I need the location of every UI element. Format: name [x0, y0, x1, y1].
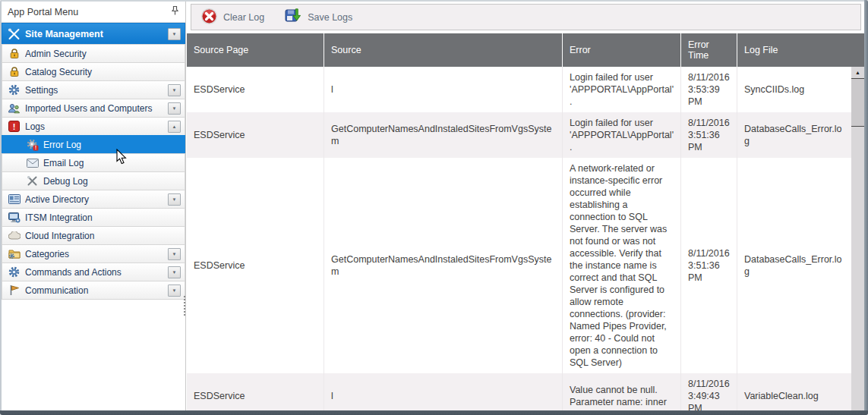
window-frame-right	[864, 0, 868, 415]
gear-icon	[8, 266, 21, 278]
sidebar-item-error-log[interactable]: !Error Log	[2, 135, 185, 154]
cell-error: A network-related or instance-specific e…	[563, 158, 681, 373]
expand-arrow-button[interactable]: ▼	[168, 84, 181, 96]
window-frame-left	[0, 0, 2, 415]
lock-icon	[8, 47, 21, 60]
cell-log-file: VariableClean.log	[737, 373, 851, 410]
error-badge-icon: !	[8, 120, 21, 133]
cell-error-time: 8/11/2016 3:51:36 PM	[681, 112, 737, 158]
sidebar-item-email-log[interactable]: Email Log	[2, 153, 185, 172]
cell-error-time: 8/11/2016 3:51:36 PM	[681, 158, 737, 373]
vertical-scrollbar[interactable]: ▲	[851, 67, 864, 410]
error-log-table: ESDServicelLogin failed for user 'APPPOR…	[187, 67, 851, 410]
sidebar-item-itsm-integration[interactable]: ITSM Integration	[2, 208, 185, 227]
expand-arrow-button[interactable]: ▼	[168, 266, 181, 278]
gear-error-icon: !	[26, 138, 39, 151]
save-logs-label: Save Logs	[308, 12, 352, 23]
window-frame-bottom	[0, 410, 868, 415]
clear-log-button[interactable]: Clear Log	[200, 8, 264, 27]
sidebar-title: App Portal Menu	[8, 7, 171, 17]
sidebar-item-label: Logs	[25, 121, 168, 132]
sidebar-item-label: Commands and Actions	[25, 267, 168, 278]
sidebar-resize-grip[interactable]	[184, 296, 186, 316]
save-logs-button[interactable]: Save Logs	[284, 7, 352, 27]
expand-arrow-button[interactable]: ▼	[168, 102, 181, 115]
sidebar-item-label: Email Log	[43, 158, 185, 168]
users-icon	[8, 102, 21, 115]
cell-log-file: DatabaseCalls_Error.log	[737, 158, 851, 373]
expand-arrow-button[interactable]: ▼	[168, 28, 181, 40]
cell-error: Login failed for user 'APPPORTAL\AppPort…	[563, 112, 681, 158]
sidebar-item-label: Settings	[25, 85, 168, 96]
email-icon	[26, 156, 39, 169]
scroll-up-arrow-icon[interactable]: ▲	[851, 67, 864, 79]
column-header-log-file[interactable]: Log File	[737, 33, 864, 67]
column-header-source[interactable]: Source	[324, 33, 563, 67]
cloud-icon	[8, 229, 21, 242]
sidebar-item-admin-security[interactable]: Admin Security	[2, 44, 185, 63]
cell-error-time: 8/11/2016 3:49:43 PM	[681, 373, 737, 410]
sidebar-item-label: Imported Users and Computers	[25, 103, 168, 114]
cell-source-page: ESDService	[187, 67, 324, 112]
clear-log-icon	[200, 8, 218, 27]
app-portal-window: App Portal Menu Site Management▼Admin Se…	[0, 0, 868, 415]
column-header-error[interactable]: Error	[563, 33, 681, 67]
log-table-row[interactable]: ESDServicelValue cannot be null. Paramet…	[187, 373, 851, 410]
cell-error: Login failed for user 'APPPORTAL\AppPort…	[563, 67, 681, 112]
sidebar-item-active-directory[interactable]: Active Directory▼	[2, 190, 185, 209]
sidebar-item-debug-log[interactable]: Debug Log	[2, 171, 185, 190]
sidebar-item-label: Admin Security	[25, 49, 185, 59]
column-header-source-page[interactable]: Source Page	[187, 33, 324, 67]
main-panel: Clear Log Save Logs Source PageSourceErr…	[187, 2, 864, 410]
sidebar-item-label: Cloud Integration	[25, 231, 185, 241]
expand-arrow-button[interactable]: ▼	[168, 193, 181, 206]
sidebar-item-label: Catalog Security	[25, 67, 185, 77]
sidebar-item-categories[interactable]: Categories▼	[2, 244, 185, 263]
expand-arrow-button[interactable]: ▼	[168, 285, 181, 297]
sidebar-item-label: Site Management	[25, 29, 168, 39]
table-header: Source PageSourceErrorError TimeLog File	[187, 33, 864, 67]
sidebar-item-label: ITSM Integration	[25, 212, 185, 223]
cell-error-time: 8/11/2016 3:53:39 PM	[681, 67, 737, 112]
sidebar-item-label: Communication	[25, 285, 168, 296]
sidebar-item-imported-users-and-computers[interactable]: Imported Users and Computers▼	[2, 99, 185, 118]
sidebar-item-settings[interactable]: Settings▼	[2, 80, 185, 99]
log-table-row[interactable]: ESDServicelLogin failed for user 'APPPOR…	[187, 67, 851, 112]
folder-icon	[8, 247, 21, 260]
gear-icon	[8, 83, 21, 96]
crossed-tools-icon	[8, 27, 21, 40]
cell-source: l	[324, 67, 563, 112]
scrollbar-thumb[interactable]	[851, 79, 864, 127]
sidebar-item-label: Error Log	[43, 140, 185, 150]
svg-text:!: !	[34, 145, 36, 150]
cell-log-file: SyncCIIDs.log	[737, 67, 851, 112]
sidebar-item-label: Categories	[25, 249, 168, 259]
sidebar-item-cloud-integration[interactable]: Cloud Integration	[2, 226, 185, 245]
sidebar-item-catalog-security[interactable]: Catalog Security	[2, 62, 185, 81]
cell-source-page: ESDService	[187, 373, 324, 410]
sidebar-item-label: Active Directory	[25, 194, 168, 205]
svg-text:!: !	[13, 122, 16, 131]
log-table-row[interactable]: ESDServiceGetComputerNamesAndInstaledSit…	[187, 112, 851, 158]
cell-source: l	[324, 373, 563, 410]
cell-source-page: ESDService	[187, 112, 324, 158]
expand-arrow-button[interactable]: ▼	[168, 248, 181, 260]
sidebar-item-communication[interactable]: Communication▼	[2, 281, 185, 300]
directory-card-icon	[8, 193, 21, 206]
clear-log-label: Clear Log	[223, 12, 264, 23]
debug-tools-icon	[26, 174, 39, 187]
sidebar-item-commands-and-actions[interactable]: Commands and Actions▼	[2, 263, 185, 281]
log-table-row[interactable]: ESDServiceGetComputerNamesAndInstaledSit…	[187, 158, 851, 373]
pin-icon[interactable]	[171, 5, 179, 18]
sidebar-item-site-management[interactable]: Site Management▼	[2, 23, 185, 45]
lock-icon	[8, 65, 21, 78]
cell-source: GetComputerNamesAndInstaledSitesFromVgsS…	[324, 112, 563, 158]
flag-icon	[8, 284, 21, 297]
sidebar-item-logs[interactable]: !Logs▲	[2, 117, 185, 136]
cell-log-file: DatabaseCalls_Error.log	[737, 112, 851, 158]
collapse-arrow-button[interactable]: ▲	[168, 121, 181, 133]
column-header-error-time[interactable]: Error Time	[681, 33, 737, 67]
log-toolbar: Clear Log Save Logs	[191, 4, 861, 30]
sidebar-item-label: Debug Log	[43, 176, 185, 187]
cell-source: GetComputerNamesAndInstaledSitesFromVgsS…	[324, 158, 563, 373]
